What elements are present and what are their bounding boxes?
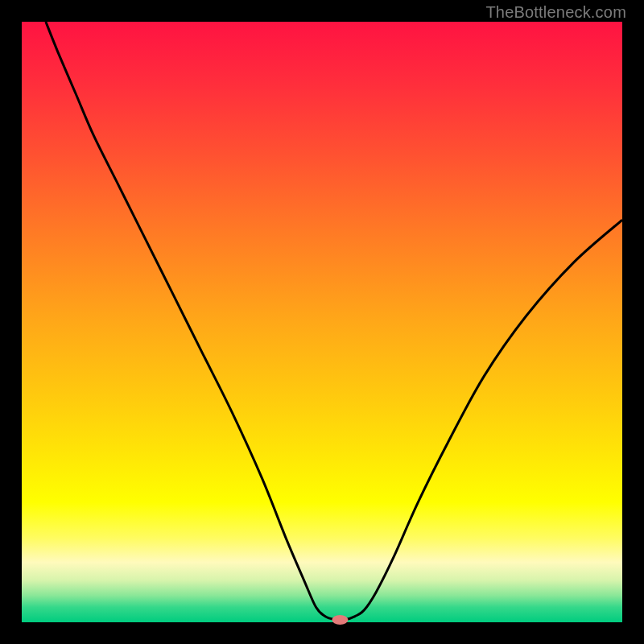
- chart-container: TheBottleneck.com: [0, 0, 644, 644]
- chart-svg: [0, 0, 644, 644]
- plot-background: [22, 22, 622, 622]
- optimal-point-marker: [332, 615, 348, 625]
